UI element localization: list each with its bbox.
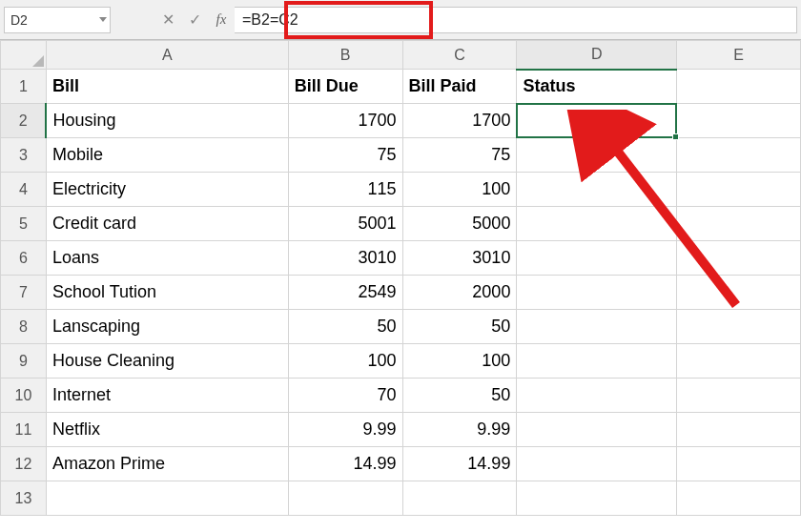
name-box[interactable]: D2 (4, 7, 111, 33)
cell-A4[interactable]: Electricity (46, 173, 288, 207)
row-header[interactable]: 12 (1, 447, 47, 481)
formula-bar: D2 ✕ ✓ fx =B2=C2 (0, 0, 801, 40)
cell-A7[interactable]: School Tution (46, 276, 288, 310)
cell-D9[interactable] (517, 344, 677, 379)
row-header[interactable]: 6 (1, 241, 47, 276)
row-header[interactable]: 4 (1, 173, 47, 207)
row-header[interactable]: 9 (1, 344, 47, 379)
cell-C6[interactable]: 3010 (402, 241, 517, 276)
cell-D11[interactable] (517, 413, 677, 447)
cell-C3[interactable]: 75 (402, 138, 517, 173)
worksheet[interactable]: A B C D E 1 Bill Bill Due Bill Paid Stat… (0, 40, 801, 516)
cell-A6[interactable]: Loans (46, 241, 288, 276)
cell-E2[interactable] (677, 104, 801, 138)
cell-B11[interactable]: 9.99 (288, 413, 402, 447)
row-header[interactable]: 3 (1, 138, 47, 173)
cell-B10[interactable]: 70 (288, 379, 402, 413)
cell-D5[interactable] (517, 207, 677, 241)
cell-D4[interactable] (517, 173, 677, 207)
cell-E1[interactable] (677, 70, 801, 104)
cell-B1[interactable]: Bill Due (288, 70, 402, 104)
cell-C7[interactable]: 2000 (402, 276, 517, 310)
table-row: 10 Internet 70 50 (1, 379, 801, 413)
cell-D8[interactable] (517, 310, 677, 344)
table-row: 4 Electricity 115 100 (1, 173, 801, 207)
table-row: 13 (1, 481, 801, 516)
cell-C8[interactable]: 50 (402, 310, 517, 344)
cell-B6[interactable]: 3010 (288, 241, 402, 276)
insert-function-button[interactable]: fx (208, 7, 235, 33)
cell-B3[interactable]: 75 (288, 138, 402, 173)
cell-C2[interactable]: 1700 (402, 104, 517, 138)
cell-E12[interactable] (677, 447, 801, 481)
cell-B12[interactable]: 14.99 (288, 447, 402, 481)
cell-A3[interactable]: Mobile (46, 138, 288, 173)
cell-E10[interactable] (677, 379, 801, 413)
cell-E13[interactable] (677, 481, 801, 516)
cell-C1[interactable]: Bill Paid (402, 70, 517, 104)
cell-B2[interactable]: 1700 (288, 104, 402, 138)
cell-B8[interactable]: 50 (288, 310, 402, 344)
row-header[interactable]: 7 (1, 276, 47, 310)
cell-C12[interactable]: 14.99 (402, 447, 517, 481)
cell-A12[interactable]: Amazon Prime (46, 447, 288, 481)
cell-A11[interactable]: Netflix (46, 413, 288, 447)
col-header-A[interactable]: A (46, 41, 288, 70)
cell-D13[interactable] (517, 481, 677, 516)
col-header-E[interactable]: E (677, 41, 801, 70)
cell-E11[interactable] (677, 413, 801, 447)
cell-E6[interactable] (677, 241, 801, 276)
table-row: 2 Housing 1700 1700 TRUE (1, 104, 801, 138)
row-header[interactable]: 11 (1, 413, 47, 447)
cancel-button[interactable]: ✕ (154, 7, 181, 33)
col-header-C[interactable]: C (402, 41, 517, 70)
row-header[interactable]: 1 (1, 70, 47, 104)
cell-B7[interactable]: 2549 (288, 276, 402, 310)
cell-D10[interactable] (517, 379, 677, 413)
check-icon: ✓ (189, 10, 201, 29)
cell-C11[interactable]: 9.99 (402, 413, 517, 447)
confirm-button[interactable]: ✓ (181, 7, 208, 33)
cell-C4[interactable]: 100 (402, 173, 517, 207)
row-header[interactable]: 5 (1, 207, 47, 241)
cell-D7[interactable] (517, 276, 677, 310)
row-header[interactable]: 2 (1, 104, 47, 138)
cell-C10[interactable]: 50 (402, 379, 517, 413)
cell-E5[interactable] (677, 207, 801, 241)
cell-C9[interactable]: 100 (402, 344, 517, 379)
cell-B5[interactable]: 5001 (288, 207, 402, 241)
col-header-B[interactable]: B (288, 41, 402, 70)
dropdown-icon[interactable] (99, 17, 107, 22)
row-header[interactable]: 13 (1, 481, 47, 516)
cell-A13[interactable] (46, 481, 288, 516)
cell-A2[interactable]: Housing (46, 104, 288, 138)
row-header[interactable]: 8 (1, 310, 47, 344)
cell-D1[interactable]: Status (517, 70, 677, 104)
table-row: 6 Loans 3010 3010 (1, 241, 801, 276)
cell-E9[interactable] (677, 344, 801, 379)
cell-A1[interactable]: Bill (46, 70, 288, 104)
row-header[interactable]: 10 (1, 379, 47, 413)
cell-B13[interactable] (288, 481, 402, 516)
cell-D6[interactable] (517, 241, 677, 276)
cell-E8[interactable] (677, 310, 801, 344)
formula-input[interactable]: =B2=C2 (235, 7, 797, 33)
name-box-value: D2 (10, 12, 28, 28)
cell-A8[interactable]: Lanscaping (46, 310, 288, 344)
cell-E3[interactable] (677, 138, 801, 173)
cell-C5[interactable]: 5000 (402, 207, 517, 241)
cell-A9[interactable]: House Cleaning (46, 344, 288, 379)
cell-C13[interactable] (402, 481, 517, 516)
cell-E7[interactable] (677, 276, 801, 310)
cell-B9[interactable]: 100 (288, 344, 402, 379)
cell-D3[interactable] (517, 138, 677, 173)
cell-A10[interactable]: Internet (46, 379, 288, 413)
col-header-D[interactable]: D (517, 41, 677, 70)
cell-B4[interactable]: 115 (288, 173, 402, 207)
cell-E4[interactable] (677, 173, 801, 207)
cell-A5[interactable]: Credit card (46, 207, 288, 241)
table-row: 9 House Cleaning 100 100 (1, 344, 801, 379)
cell-D2[interactable]: TRUE (517, 104, 677, 138)
select-all-corner[interactable] (1, 41, 47, 70)
cell-D12[interactable] (517, 447, 677, 481)
